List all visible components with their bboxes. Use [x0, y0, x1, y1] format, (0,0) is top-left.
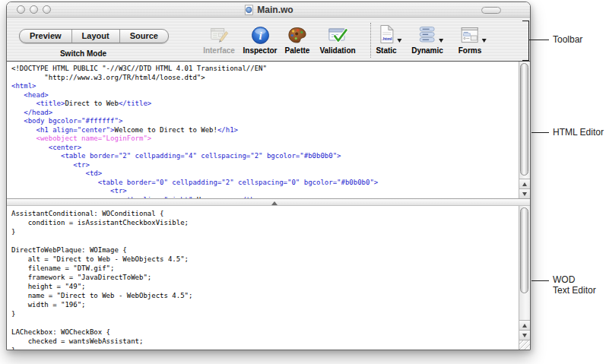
- annotation-wod-editor-label: WOD Text Editor: [553, 274, 596, 296]
- scroll-up-button[interactable]: [519, 320, 530, 330]
- html-editor-code[interactable]: <!DOCTYPE HTML PUBLIC "-//W3C//DTD HTML …: [7, 62, 519, 198]
- scrollbar-thumb[interactable]: [520, 63, 528, 176]
- forms-icon: [459, 25, 481, 45]
- scrollbar-thumb[interactable]: [520, 207, 528, 293]
- wod-editor-code[interactable]: AssistantConditional: WOConditional { co…: [7, 206, 519, 350]
- code-line: condition = isAssistantCheckboxVisible;: [11, 218, 519, 227]
- code-line: "http://www.w3.org/TR/html4/loose.dtd">: [11, 74, 519, 83]
- code-line: <head>: [11, 91, 519, 100]
- html-editor-pane: <!DOCTYPE HTML PUBLIC "-//W3C//DTD HTML …: [7, 62, 530, 198]
- dropdown-arrow-icon: [439, 39, 443, 43]
- annotation-line: [531, 132, 549, 133]
- close-button[interactable]: [17, 5, 25, 14]
- svg-text:.html: .html: [382, 36, 392, 41]
- code-line: alt = "Direct to Web - WebObjects 4.5";: [11, 255, 519, 264]
- document-globe-icon: [243, 5, 254, 15]
- code-line: <title>Direct to Web</title>: [11, 100, 519, 109]
- validation-icon: [327, 25, 348, 45]
- annotation-wod-line1: WOD: [553, 274, 596, 285]
- up-arrow-icon: [522, 182, 527, 186]
- code-line: [11, 236, 519, 245]
- toolbar: Preview Layout Source Switch Mode Interf…: [7, 17, 530, 62]
- up-arrow-icon: [522, 324, 527, 328]
- pane-splitter[interactable]: [7, 198, 530, 206]
- toolbar-item-label: Validation: [319, 46, 355, 55]
- down-arrow-icon: [522, 192, 527, 196]
- annotation-html-editor-label: HTML Editor: [553, 127, 604, 138]
- toolbar-item-validation[interactable]: Validation: [319, 21, 355, 55]
- title-group: Main.wo: [243, 2, 293, 17]
- minimize-button[interactable]: [30, 5, 38, 14]
- preview-mode-button[interactable]: Preview: [20, 30, 72, 43]
- layout-mode-button[interactable]: Layout: [72, 30, 120, 43]
- toolbar-item-label: Inspector: [243, 46, 277, 55]
- palette-icon: [287, 25, 308, 45]
- window-controls: [17, 5, 51, 14]
- code-line: <h1 align="center">Welcome to Direct to …: [11, 126, 519, 135]
- mode-segmented-control: Preview Layout Source: [19, 29, 169, 43]
- annotation-wod-line2: Text Editor: [553, 285, 596, 296]
- code-line: <webobject name="LoginForm">: [11, 135, 519, 144]
- code-line: }: [11, 346, 519, 350]
- window-title: Main.wo: [257, 5, 293, 15]
- interface-icon: [208, 25, 230, 45]
- toolbar-item-forms[interactable]: Forms: [458, 21, 482, 55]
- toolbar-item-label: Dynamic: [411, 46, 443, 55]
- toolbar-item-inspector[interactable]: i Inspector: [243, 21, 277, 55]
- dynamic-elements-icon: [417, 24, 437, 45]
- annotation-line: [531, 280, 549, 281]
- wod-editor-pane: AssistantConditional: WOConditional { co…: [7, 206, 530, 350]
- code-line: }: [11, 227, 519, 236]
- annotation-line: [529, 40, 549, 40]
- code-line: filename = "DTW.gif";: [11, 264, 519, 273]
- source-mode-button[interactable]: Source: [120, 30, 168, 43]
- code-line: <body bgcolor="#ffffff">: [11, 117, 519, 126]
- wod-editor-scrollbar[interactable]: [519, 206, 530, 350]
- code-line: <center>: [11, 144, 519, 153]
- code-line: height = "49";: [11, 282, 519, 291]
- scroll-down-button[interactable]: [519, 188, 530, 198]
- dropdown-arrow-icon: [397, 39, 401, 43]
- toolbar-item-dynamic[interactable]: Dynamic: [411, 21, 443, 55]
- code-line: [11, 318, 519, 328]
- toolbar-item-static[interactable]: .html Static: [376, 21, 396, 55]
- annotation-toolbar-label: Toolbar: [553, 34, 582, 45]
- code-line: AssistantConditional: WOConditional {: [11, 209, 519, 218]
- annotation-line: [522, 60, 529, 61]
- static-html-icon: .html: [377, 24, 395, 45]
- toolbar-toggle-button[interactable]: [481, 7, 501, 14]
- toolbar-item-palette[interactable]: Palette: [285, 21, 310, 55]
- html-editor-scrollbar[interactable]: [519, 62, 530, 198]
- dropdown-arrow-icon: [482, 39, 487, 43]
- inspector-icon: i: [250, 25, 270, 45]
- code-line: <table border="2" cellpadding="4" cellsp…: [11, 152, 519, 161]
- splitter-collapse-icon: [271, 201, 278, 205]
- code-line: <td>: [11, 169, 519, 179]
- zoom-button[interactable]: [43, 5, 51, 14]
- code-line: <html>: [11, 82, 519, 91]
- scroll-down-button[interactable]: [519, 330, 530, 340]
- toolbar-separator: [370, 23, 371, 58]
- code-line: framework = "JavaDirectToWeb";: [11, 273, 519, 282]
- toolbar-item-interface: Interface: [203, 21, 235, 55]
- code-line: checked = wantsWebAssistant;: [11, 337, 519, 346]
- toolbar-item-label: Forms: [458, 46, 482, 55]
- code-line: LACheckbox: WOCheckBox {: [11, 328, 519, 337]
- code-line: }: [11, 309, 519, 318]
- main-window: Main.wo Preview Layout Source Switch Mod…: [6, 2, 531, 350]
- annotation-line: [528, 21, 529, 61]
- code-line: width = "196";: [11, 300, 519, 309]
- code-line: name = "Direct to Web - WebObjects 4.5";: [11, 291, 519, 300]
- scroll-up-button[interactable]: [519, 179, 530, 188]
- code-line: <!DOCTYPE HTML PUBLIC "-//W3C//DTD HTML …: [11, 65, 519, 74]
- down-arrow-icon: [522, 334, 527, 337]
- code-line: <table border="0" cellpadding="2" cellsp…: [11, 179, 519, 188]
- toolbar-item-label: Static: [376, 46, 396, 55]
- window-resize-grip[interactable]: [519, 340, 530, 350]
- toolbar-item-label: Interface: [203, 46, 235, 55]
- switch-mode-label: Switch Mode: [19, 49, 148, 58]
- toolbar-item-label: Palette: [285, 46, 310, 55]
- titlebar[interactable]: Main.wo: [7, 2, 530, 17]
- code-line: <tr>: [11, 187, 519, 196]
- code-line: DirectToWebPlaque: WOImage {: [11, 245, 519, 255]
